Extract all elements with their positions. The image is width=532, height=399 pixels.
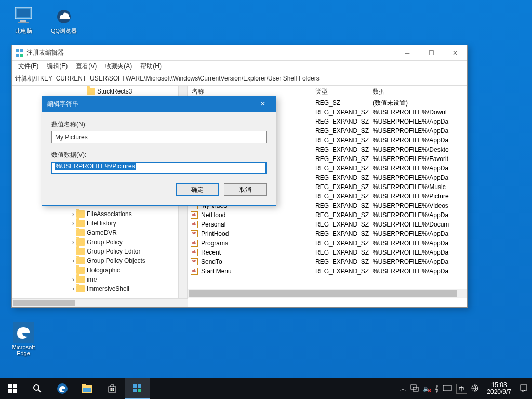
search-button[interactable] — [25, 378, 50, 399]
menu-help[interactable]: 帮助(H) — [137, 61, 165, 72]
svg-rect-12 — [8, 389, 12, 393]
menu-edit[interactable]: 编辑(E) — [44, 61, 71, 72]
tray-notifications-icon[interactable] — [520, 384, 528, 394]
dialog-title: 编辑字符串 — [47, 100, 255, 109]
tree-item[interactable]: ›FileHistory — [13, 219, 187, 228]
string-value-icon — [191, 249, 198, 256]
value-name-label: 数值名称(N): — [51, 120, 267, 129]
value-row[interactable]: NetHood REG_EXPAND_SZ %USERPROFILE%\AppD… — [188, 210, 467, 220]
folder-icon — [76, 276, 85, 283]
svg-rect-18 — [82, 384, 86, 387]
menu-view[interactable]: 查看(V) — [73, 61, 100, 72]
svg-rect-20 — [109, 387, 116, 392]
minimize-button[interactable]: ─ — [395, 45, 419, 60]
tree-item[interactable]: ›FileAssociations — [13, 209, 187, 219]
path-input[interactable] — [15, 75, 464, 83]
value-row[interactable]: SendTo REG_EXPAND_SZ %USERPROFILE%\AppDa — [188, 257, 467, 267]
value-data-input[interactable]: %USERPROFILE%\Pictures — [51, 162, 267, 174]
task-regedit[interactable] — [125, 378, 150, 399]
col-header-data[interactable]: 数据 — [368, 87, 467, 96]
dialog-titlebar[interactable]: 编辑字符串 ✕ — [42, 96, 276, 112]
folder-icon — [76, 238, 85, 246]
tree-item[interactable]: ›ImmersiveShell — [13, 284, 187, 294]
col-header-type[interactable]: 类型 — [311, 87, 368, 96]
svg-rect-26 — [138, 384, 141, 388]
svg-rect-28 — [138, 389, 141, 392]
start-button[interactable] — [0, 378, 25, 399]
value-name-input[interactable] — [51, 131, 267, 143]
value-row[interactable]: Start Menu REG_EXPAND_SZ %USERPROFILE%\A… — [188, 267, 467, 276]
svg-line-15 — [38, 390, 41, 392]
folder-icon — [76, 210, 85, 218]
list-scrollbar-h[interactable] — [188, 289, 467, 298]
regedit-icon — [15, 49, 23, 57]
svg-point-14 — [34, 385, 39, 390]
value-row[interactable]: PrintHood REG_EXPAND_SZ %USERPROFILE%\Ap… — [188, 229, 467, 238]
svg-rect-27 — [133, 389, 137, 392]
folder-icon — [76, 285, 85, 292]
value-row[interactable]: Recent REG_EXPAND_SZ %USERPROFILE%\AppDa — [188, 248, 467, 257]
value-row[interactable]: Programs REG_EXPAND_SZ %USERPROFILE%\App… — [188, 238, 467, 248]
tree-scrollbar-h[interactable] — [12, 298, 188, 307]
folder-icon — [76, 267, 85, 274]
folder-icon — [76, 257, 85, 264]
desktop-icon-thispc[interactable]: 此电脑 — [5, 5, 42, 35]
tray-volume-icon[interactable]: 🔈✖ — [423, 385, 431, 392]
value-row[interactable]: Personal REG_EXPAND_SZ %USERPROFILE%\Doc… — [188, 220, 467, 229]
tree-item[interactable]: ›Group Policy — [13, 237, 187, 247]
string-value-icon — [191, 240, 198, 247]
tree-item[interactable]: GameDVR — [13, 228, 187, 237]
tray-sync-icon[interactable]: 𝄞 — [435, 385, 438, 392]
task-edge[interactable] — [50, 378, 75, 399]
task-explorer[interactable] — [75, 378, 100, 399]
ok-button[interactable]: 确定 — [176, 183, 219, 196]
taskbar: ︿ 🔈✖ 𝄞 中 15:03 2020/9/7 — [0, 378, 532, 399]
svg-rect-13 — [13, 389, 17, 393]
close-button[interactable]: ✕ — [443, 45, 467, 60]
string-value-icon — [191, 230, 198, 237]
task-store[interactable] — [100, 378, 125, 399]
svg-rect-19 — [83, 388, 91, 392]
tray-ime-lang[interactable]: 中 — [456, 384, 467, 394]
dialog-close-button[interactable]: ✕ — [255, 100, 271, 108]
tree-item[interactable]: StuckRects3 — [13, 87, 187, 96]
tray-chevron-icon[interactable]: ︿ — [400, 384, 406, 393]
svg-rect-25 — [133, 384, 137, 388]
svg-rect-11 — [13, 384, 17, 388]
string-value-icon — [191, 211, 198, 219]
edge-icon — [13, 322, 34, 343]
cancel-button[interactable]: 取消 — [224, 183, 267, 196]
value-data-label: 数值数据(V): — [51, 151, 267, 159]
svg-rect-24 — [113, 390, 114, 391]
svg-rect-8 — [16, 54, 19, 57]
string-value-icon — [191, 258, 198, 265]
folder-icon — [76, 248, 85, 255]
desktop-icon-qqbrowser[interactable]: QQ浏览器 — [46, 5, 82, 35]
tray-keyboard-icon[interactable] — [443, 385, 452, 393]
svg-rect-3 — [18, 22, 29, 23]
svg-rect-1 — [17, 9, 30, 17]
folder-icon — [76, 229, 85, 236]
folder-icon — [76, 220, 85, 227]
menu-favorites[interactable]: 收藏夹(A) — [102, 61, 135, 72]
svg-rect-23 — [111, 390, 112, 391]
svg-rect-36 — [521, 385, 527, 390]
tray-clock[interactable]: 15:03 2020/9/7 — [483, 382, 515, 395]
desktop-icon-edge[interactable]: Microsoft Edge — [5, 322, 42, 356]
tray-ime-icon[interactable] — [471, 384, 478, 393]
tray-network-icon[interactable] — [410, 384, 419, 393]
menu-file[interactable]: 文件(F) — [15, 61, 42, 72]
tree-item[interactable]: Holographic — [13, 265, 187, 275]
address-bar — [12, 72, 467, 86]
titlebar[interactable]: 注册表编辑器 ─ ☐ ✕ — [12, 45, 467, 61]
tree-item[interactable]: ›Group Policy Objects — [13, 256, 187, 265]
folder-icon — [87, 88, 95, 95]
tree-item[interactable]: ›ime — [13, 275, 187, 284]
svg-rect-31 — [443, 385, 451, 391]
tree-item[interactable]: Group Policy Editor — [13, 247, 187, 256]
svg-rect-7 — [20, 49, 23, 52]
maximize-button[interactable]: ☐ — [419, 45, 443, 60]
window-title: 注册表编辑器 — [26, 48, 395, 57]
pc-icon — [13, 5, 34, 26]
col-header-name[interactable]: 名称 — [188, 87, 311, 96]
